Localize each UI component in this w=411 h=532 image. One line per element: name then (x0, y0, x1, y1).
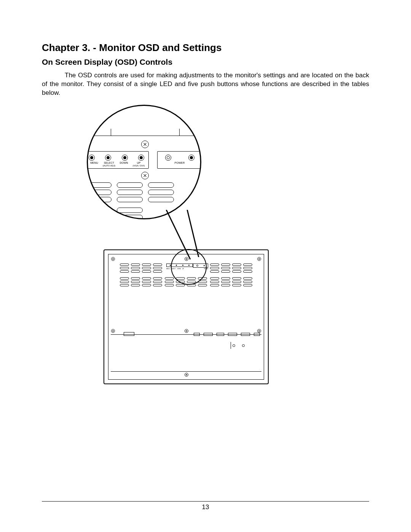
chapter-title: Chapter 3. - Monitor OSD and Settings (42, 42, 369, 54)
section-title: On Screen Display (OSD) Controls (42, 58, 369, 67)
menu-label: MENU (88, 161, 101, 167)
screw-icon (111, 329, 115, 333)
zoom-detail-circle: MENU SELECT(AUTO ADJ) DOWN UP(VGA / DVI)… (87, 105, 201, 219)
footer-rule (42, 501, 369, 502)
power-label: POWER (160, 161, 199, 165)
menu-button-icon (89, 155, 95, 161)
screw-icon (111, 257, 115, 261)
screw-icon (257, 257, 261, 261)
control-panel-left: MENU SELECT(AUTO ADJ) DOWN UP(VGA / DVI) (87, 151, 149, 169)
document-page: Chapter 3. - Monitor OSD and Settings On… (0, 0, 411, 532)
control-panel-right: POWER (157, 151, 201, 169)
page-number: 13 (0, 503, 411, 511)
up-label: UP(VGA / DVI) (132, 161, 145, 167)
locator-circle (162, 257, 212, 288)
down-button-icon (122, 155, 128, 161)
select-label: SELECT(AUTO ADJ) (103, 161, 116, 167)
body-paragraph: The OSD controls are used for making adj… (42, 71, 369, 97)
vent-block (120, 277, 162, 286)
power-led-icon (165, 155, 171, 161)
monitor-inner-frame: MENU SELECT DOWN UP POWER (108, 254, 264, 380)
down-label: DOWN (118, 161, 131, 167)
screw-icon (185, 373, 188, 377)
select-button-icon (105, 155, 111, 161)
vent-block (120, 264, 162, 273)
mount-holes (231, 342, 245, 349)
port-row (124, 331, 260, 336)
power-button-icon (188, 155, 194, 161)
figure-osd-controls: MENU SELECT(AUTO ADJ) DOWN UP(VGA / DVI)… (0, 105, 411, 390)
screw-icon (141, 172, 149, 179)
vent-block (210, 277, 252, 286)
monitor-rear-view: MENU SELECT DOWN UP POWER (104, 249, 269, 384)
up-button-icon (138, 155, 144, 161)
screw-icon (141, 141, 149, 148)
vent-block (210, 264, 252, 273)
